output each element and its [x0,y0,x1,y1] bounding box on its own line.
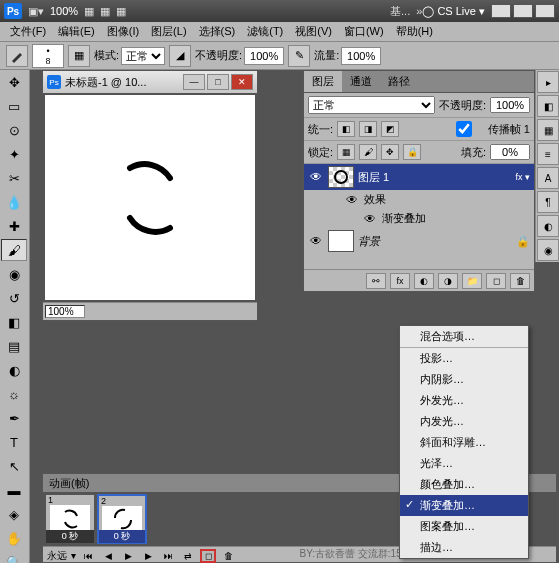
wand-tool[interactable]: ✦ [1,143,27,165]
brush-tool[interactable]: 🖌 [1,239,27,261]
lock-all-icon[interactable]: 🔒 [403,144,421,160]
brush-preset-picker[interactable]: •8 [32,44,64,68]
prev-frame-icon[interactable]: ◀ [100,549,116,563]
window-minimize[interactable]: — [491,4,511,18]
text-tool[interactable]: T [1,431,27,453]
new-layer-icon[interactable]: ◻ [486,273,506,289]
doc-maximize[interactable]: □ [207,74,229,90]
unify-position-icon[interactable]: ◧ [337,121,355,137]
tab-paths[interactable]: 路径 [380,71,418,92]
tablet-opacity-icon[interactable]: ✎ [288,45,310,67]
eyedropper-tool[interactable]: 💧 [1,191,27,213]
dock-btn-5[interactable]: A [537,167,559,189]
pen-tool[interactable]: ✒ [1,407,27,429]
frame-time[interactable]: 0 秒 [99,530,145,543]
link-icon[interactable]: ⚯ [366,273,386,289]
delete-frame-icon[interactable]: 🗑 [220,549,236,563]
healing-tool[interactable]: ✚ [1,215,27,237]
tool-preset-icon[interactable] [6,45,28,67]
unify-visibility-icon[interactable]: ◨ [359,121,377,137]
eraser-tool[interactable]: ◧ [1,311,27,333]
menu-outer-glow[interactable]: 外发光 [400,390,528,411]
layer-row[interactable]: 👁 图层 1 fx ▾ [304,164,534,190]
dock-btn-4[interactable]: ≡ [537,143,559,165]
menu-color-overlay[interactable]: 颜色叠加 [400,474,528,495]
loop-select[interactable]: 永远 [47,549,67,563]
play-icon[interactable]: ▶ [120,549,136,563]
tween-icon[interactable]: ⇄ [180,549,196,563]
menu-select[interactable]: 选择(S) [193,22,242,41]
doc-zoom-field[interactable]: 100% [45,305,85,318]
dock-btn-7[interactable]: ◐ [537,215,559,237]
menu-drop-shadow[interactable]: 投影 [400,348,528,369]
lock-pos-icon[interactable]: ✥ [381,144,399,160]
menu-bevel[interactable]: 斜面和浮雕 [400,432,528,453]
unify-style-icon[interactable]: ◩ [381,121,399,137]
lasso-tool[interactable]: ⊙ [1,119,27,141]
menu-image[interactable]: 图像(I) [101,22,145,41]
history-tool[interactable]: ↺ [1,287,27,309]
shape-tool[interactable]: ▬ [1,479,27,501]
menu-pattern-overlay[interactable]: 图案叠加 [400,516,528,537]
layer-thumb[interactable] [328,166,354,188]
propagate-checkbox[interactable] [444,121,484,137]
tab-layers[interactable]: 图层 [304,71,342,92]
trash-icon[interactable]: 🗑 [510,273,530,289]
last-frame-icon[interactable]: ⏭ [160,549,176,563]
visibility-icon[interactable]: 👁 [362,212,378,226]
layer-effect-item[interactable]: 👁 渐变叠加 [304,209,534,228]
doc-titlebar[interactable]: Ps 未标题-1 @ 10... — □ ✕ [43,71,257,93]
blur-tool[interactable]: ◐ [1,359,27,381]
marquee-tool[interactable]: ▭ [1,95,27,117]
dock-btn-6[interactable]: ¶ [537,191,559,213]
menu-window[interactable]: 窗口(W) [338,22,390,41]
tb-dropdown-icon[interactable]: ▣▾ [28,5,44,18]
visibility-icon[interactable]: 👁 [308,234,324,248]
menu-filter[interactable]: 滤镜(T) [241,22,289,41]
mask-icon[interactable]: ◐ [414,273,434,289]
menu-blend-options[interactable]: 混合选项 [400,326,528,348]
lock-trans-icon[interactable]: ▦ [337,144,355,160]
dodge-tool[interactable]: ☼ [1,383,27,405]
3d-tool[interactable]: ◈ [1,503,27,525]
tb-btn2[interactable]: ▦ [100,5,110,18]
opacity-input[interactable] [244,47,284,65]
dock-btn-3[interactable]: ▦ [537,119,559,141]
layer-row[interactable]: 👁 背景 🔒 [304,228,534,254]
layer-name[interactable]: 背景 [358,234,380,249]
anim-frame[interactable]: 2 0 秒 [97,494,147,544]
menu-edit[interactable]: 编辑(E) [52,22,101,41]
next-frame-icon[interactable]: ▶ [140,549,156,563]
brush-panel-icon[interactable]: ▦ [68,45,90,67]
first-frame-icon[interactable]: ⏮ [80,549,96,563]
doc-close[interactable]: ✕ [231,74,253,90]
duplicate-frame-icon[interactable]: ◻ [200,549,216,563]
layer-name[interactable]: 图层 1 [358,170,389,185]
zoom-display[interactable]: 100% [50,5,78,17]
menu-gradient-overlay[interactable]: 渐变叠加 [400,495,528,516]
adjust-icon[interactable]: ◑ [438,273,458,289]
gradient-tool[interactable]: ▤ [1,335,27,357]
crop-tool[interactable]: ✂ [1,167,27,189]
dock-btn-8[interactable]: ◉ [537,239,559,261]
layer-effects-row[interactable]: 👁 效果 [304,190,534,209]
tb-btn3[interactable]: ▦ [116,5,126,18]
move-tool[interactable]: ✥ [1,71,27,93]
visibility-icon[interactable]: 👁 [308,170,324,184]
window-maximize[interactable]: □ [513,4,533,18]
dock-btn-2[interactable]: ◧ [537,95,559,117]
fx-badge[interactable]: fx ▾ [515,172,530,182]
menu-layer[interactable]: 图层(L) [145,22,192,41]
zoom-tool[interactable]: 🔍 [1,551,27,563]
fx-icon[interactable]: fx [390,273,410,289]
lock-pixels-icon[interactable]: 🖌 [359,144,377,160]
tb-btn1[interactable]: ▦ [84,5,94,18]
blend-mode-select[interactable]: 正常 [121,47,165,65]
menu-inner-glow[interactable]: 内发光 [400,411,528,432]
flow-input[interactable] [341,47,381,65]
hand-tool[interactable]: ✋ [1,527,27,549]
doc-minimize[interactable]: — [183,74,205,90]
window-close[interactable]: ✕ [535,4,555,18]
path-tool[interactable]: ↖ [1,455,27,477]
menu-view[interactable]: 视图(V) [289,22,338,41]
